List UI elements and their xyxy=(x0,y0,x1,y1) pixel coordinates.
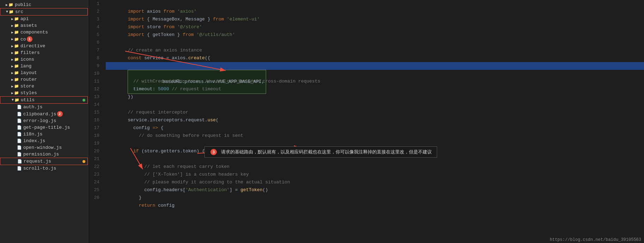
status-bar: https://blog.csdn.net/baidu_39105563 xyxy=(547,237,644,243)
sidebar-item-lang[interactable]: ▶ 📁 lang xyxy=(0,63,88,69)
code-line-16: config => { xyxy=(106,116,644,124)
folder-icon: 📁 xyxy=(14,37,19,42)
code-line-24: config.headers['Authentication'] = getTo… xyxy=(106,178,644,186)
annotation-tooltip: 3 请求的基础路由，默认就有，以及相应码拦截也在这里，你可以像我注释掉的直接在这… xyxy=(204,146,437,158)
code-line-3: import store from '@/store' xyxy=(106,16,644,23)
sidebar-item-co[interactable]: ▶ 📁 co 1 xyxy=(0,36,88,43)
arrow-icon: ▶ xyxy=(11,17,13,21)
sidebar-item-components[interactable]: ▶ 📁 components xyxy=(0,29,88,36)
folder-icon: 📁 xyxy=(14,50,19,55)
file-icon: 📄 xyxy=(17,152,22,157)
sidebar-item-directive[interactable]: ▶ 📁 directive xyxy=(0,43,88,49)
modified-indicator xyxy=(82,99,85,102)
file-icon: 📄 xyxy=(17,166,22,171)
folder-icon: 📁 xyxy=(9,10,14,14)
code-line-2: import { MessageBox, Message } from 'ele… xyxy=(106,8,644,16)
arrow-icon: ▶ xyxy=(11,84,13,89)
sidebar-item-router[interactable]: ▶ 📁 router xyxy=(0,76,88,83)
arrow-icon: ▶ xyxy=(11,71,13,75)
code-line-7: const service = axios.create({ xyxy=(106,47,644,54)
folder-icon: 📁 xyxy=(14,23,19,28)
line-numbers: 12345 678910 1112131415 1617181920 21222… xyxy=(88,0,102,243)
sidebar-item-permission[interactable]: 📄 permission.js xyxy=(0,151,88,158)
code-line-17: // do something before request is sent xyxy=(106,124,644,132)
sidebar-item-utils[interactable]: ▼ 📁 utils xyxy=(0,96,88,104)
sidebar-item-label: filters xyxy=(20,50,40,55)
sidebar-item-assets[interactable]: ▶ 📁 assets xyxy=(0,22,88,29)
sidebar-item-label: utils xyxy=(21,97,35,103)
sidebar-item-src[interactable]: ▼ 📁 src xyxy=(0,8,88,16)
badge-1: 1 xyxy=(27,36,32,42)
sidebar-item-open-window[interactable]: 📄 open-window.js xyxy=(0,144,88,151)
sidebar-item-label: auth.js xyxy=(23,104,43,110)
sidebar-item-label: clipboard.js xyxy=(23,111,56,117)
sidebar-item-request[interactable]: 📄 request.js xyxy=(0,158,88,165)
sidebar-item-api[interactable]: ▶ 📁 api xyxy=(0,16,88,22)
file-icon: 📄 xyxy=(17,112,22,116)
code-line-10: // withCredentials: true, // send cookie… xyxy=(106,70,644,78)
code-line-13 xyxy=(106,93,644,101)
sidebar-item-store[interactable]: ▶ 📁 store xyxy=(0,83,88,90)
code-line-15: service.interceptors.request.use( xyxy=(106,109,644,116)
sidebar-item-label: open-window.js xyxy=(23,145,62,150)
code-lines: import axios from 'axios' import { Messa… xyxy=(102,0,644,243)
folder-icon: 📁 xyxy=(14,57,19,62)
code-content: 12345 678910 1112131415 1617181920 21222… xyxy=(88,0,644,243)
folder-icon: 📁 xyxy=(14,44,19,48)
code-line-12: }) xyxy=(106,85,644,93)
unsaved-indicator xyxy=(82,160,85,163)
annotation-text: 请求的基础路由，默认就有，以及相应码拦截也在这里，你可以像我注释掉的直接在这里改… xyxy=(221,149,432,154)
arrow-icon: ▶ xyxy=(11,51,13,55)
folder-icon: 📁 xyxy=(14,30,19,35)
folder-icon: 📁 xyxy=(14,91,19,95)
folder-icon: 📁 xyxy=(14,17,19,21)
sidebar-item-label: lang xyxy=(20,63,31,69)
sidebar-item-styles[interactable]: ▶ 📁 styles xyxy=(0,90,88,96)
sidebar-item-layout[interactable]: ▶ 📁 layout xyxy=(0,69,88,76)
arrow-icon: ▶ xyxy=(11,30,13,35)
sidebar-item-get-page-title[interactable]: 📄 get-page-title.js xyxy=(0,124,88,131)
folder-icon: 📁 xyxy=(14,98,19,102)
arrow-icon: ▶ xyxy=(11,64,13,68)
code-line-18 xyxy=(106,132,644,140)
file-icon: 📄 xyxy=(17,132,22,136)
sidebar-item-public[interactable]: ▶ 📁 public xyxy=(0,1,88,8)
sidebar-item-clipboard[interactable]: 📄 clipboard.js 2 xyxy=(0,110,88,117)
arrow-icon: ▼ xyxy=(12,98,14,102)
sidebar-item-scroll-to[interactable]: 📄 scroll-to.js xyxy=(0,165,88,172)
arrow-icon: ▶ xyxy=(11,44,13,48)
sidebar-item-label: icons xyxy=(20,57,34,62)
sidebar-item-error-log[interactable]: 📄 error-log.js xyxy=(0,117,88,124)
sidebar-item-i18n[interactable]: 📄 i18n.js xyxy=(0,131,88,138)
sidebar-item-label: layout xyxy=(20,70,37,75)
file-icon: 📄 xyxy=(17,159,22,164)
arrow-icon: ▶ xyxy=(11,78,13,82)
folder-icon: 📁 xyxy=(14,77,19,82)
file-icon: 📄 xyxy=(17,125,22,130)
sidebar-item-index[interactable]: 📄 index.js xyxy=(0,138,88,144)
folder-icon: 📁 xyxy=(14,84,19,89)
file-explorer[interactable]: ▶ 📁 public ▼ 📁 src ▶ 📁 api ▶ 📁 assets ▶ … xyxy=(0,0,88,243)
sidebar-item-label: request.js xyxy=(24,159,51,164)
code-line-14: // request interceptor xyxy=(106,101,644,109)
arrow-icon: ▶ xyxy=(11,37,13,41)
sidebar-item-label: permission.js xyxy=(23,152,59,157)
sidebar-item-label: directive xyxy=(20,43,45,49)
file-icon: 📄 xyxy=(17,119,22,123)
code-line-22: // ['X-Token'] is a custom headers key xyxy=(106,163,644,171)
code-line-8: //baseURL: `https://xiaoxingbobo.top`, /… xyxy=(106,54,644,62)
sidebar-item-label: components xyxy=(20,30,48,35)
sidebar-item-label: store xyxy=(20,84,34,89)
sidebar-item-icons[interactable]: ▶ 📁 icons xyxy=(0,56,88,63)
sidebar-item-label: router xyxy=(20,77,37,82)
sidebar-item-filters[interactable]: ▶ 📁 filters xyxy=(0,49,88,56)
status-url: https://blog.csdn.net/baidu_39105563 xyxy=(550,237,641,242)
sidebar-item-label: styles xyxy=(20,90,37,96)
code-line-11: timeout: 5000 // request timeout xyxy=(106,78,644,85)
folder-icon: 📁 xyxy=(14,64,19,68)
code-line-9: baseURL:process.env.VUE_APP_BASE_API, xyxy=(106,62,644,70)
code-line-26: return config xyxy=(106,194,644,202)
sidebar-item-auth[interactable]: 📄 auth.js xyxy=(0,104,88,110)
code-line-5 xyxy=(106,31,644,39)
code-line-25: } xyxy=(106,186,644,194)
